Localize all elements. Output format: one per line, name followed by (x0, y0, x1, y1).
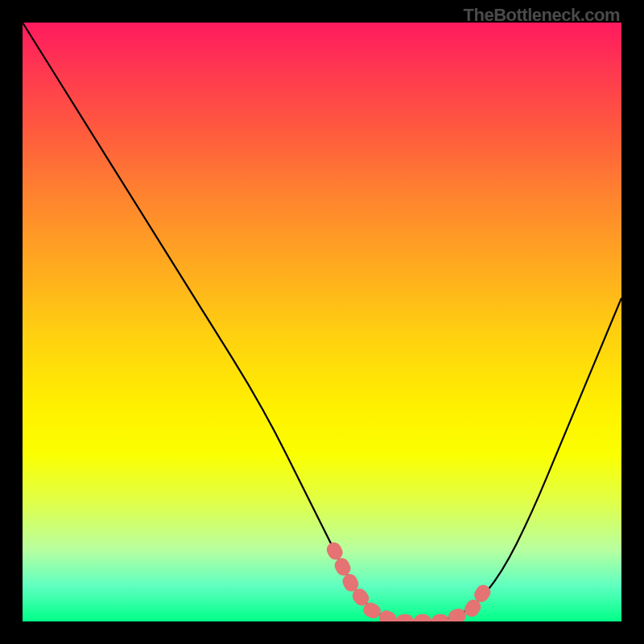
chart-container: TheBottleneck.com (0, 0, 644, 644)
valley-highlight (334, 550, 484, 621)
chart-svg (23, 23, 621, 621)
bottleneck-curve (23, 23, 621, 621)
watermark-text: TheBottleneck.com (464, 5, 620, 26)
